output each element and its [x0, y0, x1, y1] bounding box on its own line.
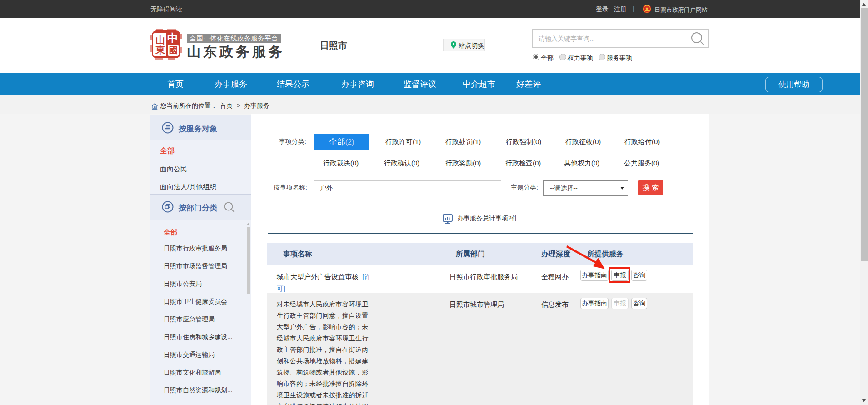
- svg-text:中: 中: [167, 32, 178, 44]
- svg-text:山: 山: [155, 35, 165, 45]
- svg-text:國: 國: [169, 45, 178, 55]
- svg-text:東: 東: [155, 45, 165, 55]
